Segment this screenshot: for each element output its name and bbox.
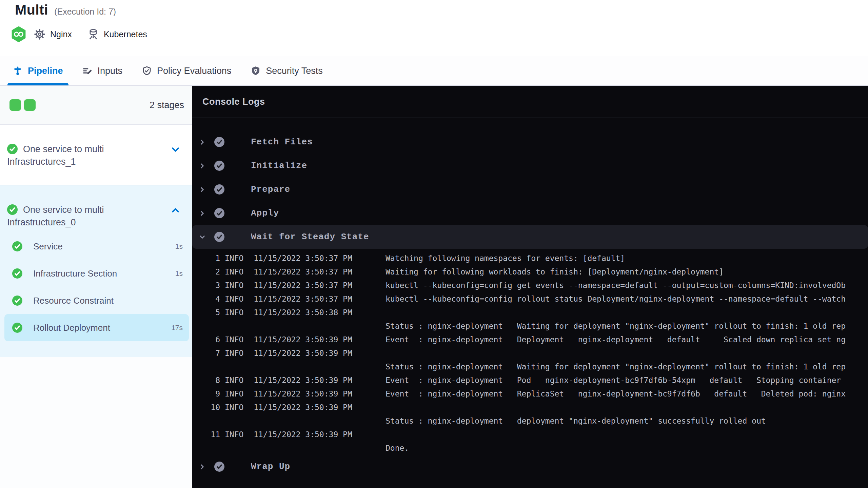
step-row[interactable]: Infrastructure Section1s bbox=[4, 260, 189, 287]
tab-policy-evaluations[interactable]: Policy Evaluations bbox=[142, 56, 231, 85]
log-timestamp bbox=[254, 414, 386, 428]
chevron-right-icon[interactable] bbox=[199, 186, 205, 193]
console-step-label: Wait for Steady State bbox=[251, 232, 369, 242]
step-duration: 1s bbox=[175, 242, 183, 250]
log-row: 1INFO11/15/2022 3:50:37 PMWatching follo… bbox=[192, 251, 868, 265]
chevron-right-icon[interactable] bbox=[199, 464, 205, 470]
chevron-down-icon[interactable] bbox=[199, 234, 205, 240]
tab-security-tests[interactable]: Security Tests bbox=[251, 56, 323, 85]
log-timestamp: 11/15/2022 3:50:37 PM bbox=[254, 279, 386, 292]
console-step: Initialize bbox=[192, 154, 868, 178]
log-line-number: 3 bbox=[192, 279, 220, 292]
log-message: kubectl --kubeconfig=config rollout stat… bbox=[386, 292, 868, 306]
log-level: INFO bbox=[225, 373, 249, 387]
step-label: Infrastructure Section bbox=[33, 268, 117, 279]
log-line-number bbox=[192, 414, 220, 428]
success-check-icon bbox=[12, 323, 22, 333]
log-level: INFO bbox=[225, 251, 249, 265]
log-row: Status : nginx-deployment deployment "ng… bbox=[192, 414, 868, 428]
log-line-number: 4 bbox=[192, 292, 220, 306]
tab-label: Pipeline bbox=[28, 66, 63, 76]
step-duration: 17s bbox=[171, 324, 183, 332]
pipeline-icon bbox=[13, 66, 22, 76]
console-step-row[interactable]: Prepare bbox=[192, 178, 868, 201]
log-row: 7INFO11/15/2022 3:50:39 PM bbox=[192, 346, 868, 360]
log-level bbox=[225, 360, 249, 373]
log-line-number: 1 bbox=[192, 251, 220, 265]
chevron-right-icon[interactable] bbox=[199, 163, 205, 169]
log-timestamp bbox=[254, 319, 386, 333]
log-level: INFO bbox=[225, 279, 249, 292]
chevron-right-icon[interactable] bbox=[199, 210, 205, 217]
gear-icon bbox=[34, 28, 45, 40]
log-row: Status : nginx-deployment Waiting for de… bbox=[192, 319, 868, 333]
log-row: 2INFO11/15/2022 3:50:37 PMWaiting for fo… bbox=[192, 265, 868, 279]
infrastructure-icon bbox=[87, 28, 99, 40]
stage-title: One service to multi Infrastructures_0 bbox=[7, 204, 164, 229]
log-timestamp bbox=[254, 360, 386, 373]
console-step-row[interactable]: Apply bbox=[192, 201, 868, 225]
console-step-row[interactable]: Initialize bbox=[192, 154, 868, 178]
step-row[interactable]: Resource Constraint bbox=[4, 287, 189, 314]
page-title: Multi bbox=[15, 2, 48, 18]
log-level: INFO bbox=[225, 387, 249, 401]
log-message: Watching following namespaces for events… bbox=[386, 251, 868, 265]
console-step-label: Apply bbox=[251, 208, 279, 218]
success-check-icon bbox=[214, 462, 224, 472]
log-timestamp: 11/15/2022 3:50:38 PM bbox=[254, 306, 386, 319]
log-message: kubectl --kubeconfig=config get events -… bbox=[386, 279, 868, 292]
success-check-icon bbox=[214, 232, 224, 242]
chevron-down-icon[interactable] bbox=[171, 145, 180, 154]
log-message: Event : nginx-deployment Deployment ngin… bbox=[386, 333, 868, 346]
log-level: INFO bbox=[225, 346, 249, 360]
tab-label: Security Tests bbox=[266, 66, 323, 76]
tab-inputs[interactable]: Inputs bbox=[83, 56, 123, 85]
stage-title: One service to multi Infrastructures_1 bbox=[7, 143, 164, 168]
log-row: 3INFO11/15/2022 3:50:37 PMkubectl --kube… bbox=[192, 279, 868, 292]
chevron-right-icon[interactable] bbox=[199, 139, 205, 145]
success-check-icon bbox=[214, 137, 224, 147]
console-steps: Fetch Files Initialize Prepare Apply Wai… bbox=[192, 118, 868, 479]
stage-item-0[interactable]: One service to multi Infrastructures_1 bbox=[0, 125, 192, 185]
step-row[interactable]: Rollout Deployment17s bbox=[4, 314, 189, 341]
console-step-row[interactable]: Wait for Steady State bbox=[192, 225, 868, 249]
console-step-label: Fetch Files bbox=[251, 137, 313, 147]
stage-item-1[interactable]: One service to multi Infrastructures_0 S… bbox=[0, 185, 192, 357]
log-message bbox=[386, 401, 868, 414]
log-row: 11INFO11/15/2022 3:50:39 PM bbox=[192, 428, 868, 441]
console-panel: Console Logs Fetch Files Initialize Prep… bbox=[192, 86, 868, 488]
title-row: Multi (Execution Id: 7) bbox=[15, 2, 116, 18]
inputs-icon bbox=[83, 66, 92, 76]
tab-label: Policy Evaluations bbox=[157, 66, 231, 76]
log-message: Waiting for following workloads to finis… bbox=[386, 265, 868, 279]
stage-list: One service to multi Infrastructures_1 O… bbox=[0, 125, 192, 357]
log-timestamp: 11/15/2022 3:50:39 PM bbox=[254, 387, 386, 401]
success-check-icon bbox=[12, 241, 22, 251]
stage-head[interactable]: One service to multi Infrastructures_1 bbox=[0, 125, 192, 185]
log-level: INFO bbox=[225, 401, 249, 414]
console-step-label: Initialize bbox=[251, 161, 307, 171]
stages-count: 2 stages bbox=[150, 100, 184, 110]
log-timestamp: 11/15/2022 3:50:39 PM bbox=[254, 373, 386, 387]
stages-summary-header: 2 stages bbox=[0, 86, 192, 125]
log-level: INFO bbox=[225, 265, 249, 279]
log-row: Status : nginx-deployment Waiting for de… bbox=[192, 360, 868, 373]
console-step: Apply bbox=[192, 201, 868, 225]
log-level bbox=[225, 414, 249, 428]
stage-head[interactable]: One service to multi Infrastructures_0 bbox=[0, 185, 192, 233]
log-row: 6INFO11/15/2022 3:50:39 PMEvent : nginx-… bbox=[192, 333, 868, 346]
console-step-row[interactable]: Wrap Up bbox=[192, 455, 868, 479]
tab-bar: Pipeline Inputs Policy Evaluations Secur… bbox=[0, 56, 868, 86]
console-step-row[interactable]: Fetch Files bbox=[192, 130, 868, 154]
step-row[interactable]: Service1s bbox=[4, 233, 189, 260]
log-level: INFO bbox=[225, 428, 249, 441]
step-label: Service bbox=[33, 241, 63, 252]
success-check-icon bbox=[214, 161, 224, 171]
log-level bbox=[225, 319, 249, 333]
stage-status-square bbox=[9, 99, 21, 111]
tab-pipeline[interactable]: Pipeline bbox=[13, 56, 63, 85]
step-label: Rollout Deployment bbox=[33, 323, 110, 333]
execution-id: (Execution Id: 7) bbox=[54, 7, 116, 17]
console-step: Wrap Up bbox=[192, 455, 868, 479]
chevron-up-icon[interactable] bbox=[171, 206, 180, 215]
